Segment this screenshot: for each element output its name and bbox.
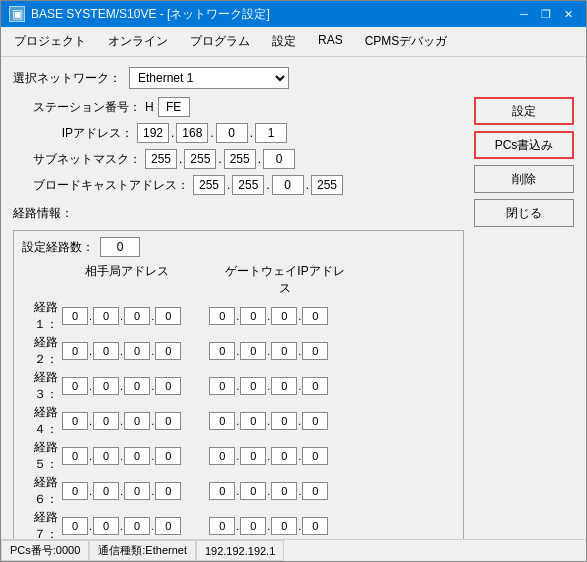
pcs-write-button[interactable]: PCs書込み — [474, 131, 574, 159]
r6-g1[interactable] — [209, 482, 235, 500]
delete-button[interactable]: 削除 — [474, 165, 574, 193]
gateway-ip-5: . . . — [209, 447, 328, 465]
station-label: ステーション番号： — [33, 99, 141, 116]
r7-p4[interactable] — [155, 517, 181, 535]
r3-g1[interactable] — [209, 377, 235, 395]
subnet-octet-1[interactable] — [145, 149, 177, 169]
r1-p3[interactable] — [124, 307, 150, 325]
title-bar: ▣ BASE SYSTEM/S10VE - [ネットワーク設定] ─ ❐ ✕ — [1, 1, 586, 27]
r3-g2[interactable] — [240, 377, 266, 395]
r3-g3[interactable] — [271, 377, 297, 395]
route-count-input[interactable] — [100, 237, 140, 257]
r4-g3[interactable] — [271, 412, 297, 430]
r3-p2[interactable] — [93, 377, 119, 395]
menu-cpms[interactable]: CPMSデバッガ — [356, 29, 457, 54]
r3-p4[interactable] — [155, 377, 181, 395]
r6-p2[interactable] — [93, 482, 119, 500]
r6-p1[interactable] — [62, 482, 88, 500]
broadcast-octet-2[interactable] — [232, 175, 264, 195]
subnet-octet-3[interactable] — [224, 149, 256, 169]
r7-g1[interactable] — [209, 517, 235, 535]
menu-ras[interactable]: RAS — [309, 29, 352, 54]
menu-program[interactable]: プログラム — [181, 29, 259, 54]
gateway-ip-1: . . . — [209, 307, 328, 325]
r4-p1[interactable] — [62, 412, 88, 430]
app-icon: ▣ — [9, 6, 25, 22]
ip-octet-1[interactable] — [137, 123, 169, 143]
r6-g3[interactable] — [271, 482, 297, 500]
r5-g2[interactable] — [240, 447, 266, 465]
r1-g2[interactable] — [240, 307, 266, 325]
r5-p3[interactable] — [124, 447, 150, 465]
ip-octet-3[interactable] — [216, 123, 248, 143]
r2-g1[interactable] — [209, 342, 235, 360]
restore-button[interactable]: ❐ — [536, 5, 556, 23]
partner-ip-5: . . . — [62, 447, 181, 465]
status-pcs-number: PCs番号:0000 — [1, 540, 89, 561]
r5-g1[interactable] — [209, 447, 235, 465]
r1-p1[interactable] — [62, 307, 88, 325]
route-name-3: 経路３： — [22, 369, 58, 403]
r4-g1[interactable] — [209, 412, 235, 430]
r6-p4[interactable] — [155, 482, 181, 500]
broadcast-octet-1[interactable] — [193, 175, 225, 195]
r2-p3[interactable] — [124, 342, 150, 360]
route-count-label: 設定経路数： — [22, 239, 94, 256]
title-bar-left: ▣ BASE SYSTEM/S10VE - [ネットワーク設定] — [9, 6, 270, 23]
ip-octet-4[interactable] — [255, 123, 287, 143]
subnet-octet-4[interactable] — [263, 149, 295, 169]
r6-g4[interactable] — [302, 482, 328, 500]
r7-p3[interactable] — [124, 517, 150, 535]
r1-g1[interactable] — [209, 307, 235, 325]
r6-p3[interactable] — [124, 482, 150, 500]
close-window-button[interactable]: ✕ — [558, 5, 578, 23]
r2-p2[interactable] — [93, 342, 119, 360]
menu-online[interactable]: オンライン — [99, 29, 177, 54]
set-button[interactable]: 設定 — [474, 97, 574, 125]
r4-g2[interactable] — [240, 412, 266, 430]
r5-g3[interactable] — [271, 447, 297, 465]
r2-g4[interactable] — [302, 342, 328, 360]
r6-g2[interactable] — [240, 482, 266, 500]
r1-g4[interactable] — [302, 307, 328, 325]
r7-g3[interactable] — [271, 517, 297, 535]
r5-p1[interactable] — [62, 447, 88, 465]
r2-g3[interactable] — [271, 342, 297, 360]
r7-p2[interactable] — [93, 517, 119, 535]
r1-p4[interactable] — [155, 307, 181, 325]
r3-p3[interactable] — [124, 377, 150, 395]
menu-project[interactable]: プロジェクト — [5, 29, 95, 54]
r1-g3[interactable] — [271, 307, 297, 325]
route-table-header: 相手局アドレス ゲートウェイIPアドレス — [22, 263, 455, 297]
table-row: 経路５： . . . — [22, 439, 455, 473]
broadcast-octet-3[interactable] — [272, 175, 304, 195]
r4-p4[interactable] — [155, 412, 181, 430]
r7-g4[interactable] — [302, 517, 328, 535]
station-input[interactable] — [158, 97, 190, 117]
r7-p1[interactable] — [62, 517, 88, 535]
r4-p3[interactable] — [124, 412, 150, 430]
partner-ip-2: . . . — [62, 342, 181, 360]
r1-p2[interactable] — [93, 307, 119, 325]
gateway-ip-2: . . . — [209, 342, 328, 360]
r5-p2[interactable] — [93, 447, 119, 465]
status-bar: PCs番号:0000 通信種類:Ethernet 192.192.192.1 — [1, 539, 586, 561]
r3-g4[interactable] — [302, 377, 328, 395]
r2-g2[interactable] — [240, 342, 266, 360]
close-dialog-button[interactable]: 閉じる — [474, 199, 574, 227]
r4-p2[interactable] — [93, 412, 119, 430]
network-select[interactable]: Ethernet 1 — [129, 67, 289, 89]
main-window: ▣ BASE SYSTEM/S10VE - [ネットワーク設定] ─ ❐ ✕ プ… — [0, 0, 587, 562]
r7-g2[interactable] — [240, 517, 266, 535]
r5-g4[interactable] — [302, 447, 328, 465]
r3-p1[interactable] — [62, 377, 88, 395]
r4-g4[interactable] — [302, 412, 328, 430]
subnet-octet-2[interactable] — [184, 149, 216, 169]
r2-p4[interactable] — [155, 342, 181, 360]
r5-p4[interactable] — [155, 447, 181, 465]
broadcast-octet-4[interactable] — [311, 175, 343, 195]
ip-octet-2[interactable] — [176, 123, 208, 143]
menu-settings[interactable]: 設定 — [263, 29, 305, 54]
minimize-button[interactable]: ─ — [514, 5, 534, 23]
r2-p1[interactable] — [62, 342, 88, 360]
